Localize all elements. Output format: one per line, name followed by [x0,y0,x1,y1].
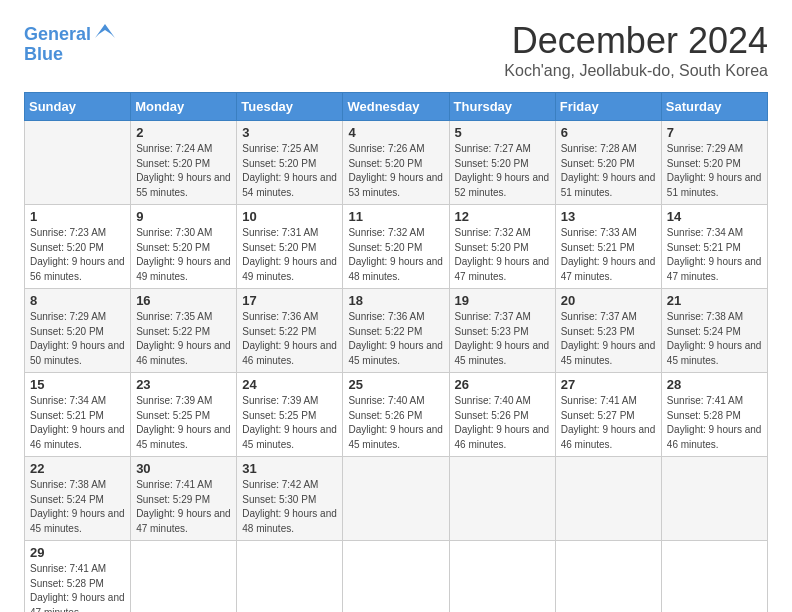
day-number: 19 [455,293,550,308]
logo-bird-icon [93,20,117,40]
day-info: Sunrise: 7:36 AMSunset: 5:22 PMDaylight:… [348,310,443,368]
day-info: Sunrise: 7:27 AMSunset: 5:20 PMDaylight:… [455,142,550,200]
day-number: 18 [348,293,443,308]
day-number: 9 [136,209,231,224]
calendar-cell: 12Sunrise: 7:32 AMSunset: 5:20 PMDayligh… [449,205,555,289]
calendar-cell: 20Sunrise: 7:37 AMSunset: 5:23 PMDayligh… [555,289,661,373]
day-info: Sunrise: 7:32 AMSunset: 5:20 PMDaylight:… [455,226,550,284]
calendar-cell: 2Sunrise: 7:24 AMSunset: 5:20 PMDaylight… [131,121,237,205]
day-number: 13 [561,209,656,224]
day-number: 12 [455,209,550,224]
day-info: Sunrise: 7:23 AMSunset: 5:20 PMDaylight:… [30,226,125,284]
day-number: 11 [348,209,443,224]
day-number: 25 [348,377,443,392]
day-info: Sunrise: 7:41 AMSunset: 5:28 PMDaylight:… [667,394,762,452]
day-info: Sunrise: 7:34 AMSunset: 5:21 PMDaylight:… [30,394,125,452]
calendar-week-row: 1Sunrise: 7:23 AMSunset: 5:20 PMDaylight… [25,205,768,289]
day-number: 8 [30,293,125,308]
calendar-cell: 5Sunrise: 7:27 AMSunset: 5:20 PMDaylight… [449,121,555,205]
day-number: 4 [348,125,443,140]
day-info: Sunrise: 7:30 AMSunset: 5:20 PMDaylight:… [136,226,231,284]
calendar-cell: 3Sunrise: 7:25 AMSunset: 5:20 PMDaylight… [237,121,343,205]
weekday-header-friday: Friday [555,93,661,121]
day-number: 31 [242,461,337,476]
calendar-cell: 29Sunrise: 7:41 AMSunset: 5:28 PMDayligh… [25,541,131,613]
calendar-week-row: 8Sunrise: 7:29 AMSunset: 5:20 PMDaylight… [25,289,768,373]
month-title: December 2024 [504,20,768,62]
svg-marker-0 [95,24,115,38]
calendar-cell: 1Sunrise: 7:23 AMSunset: 5:20 PMDaylight… [25,205,131,289]
logo-blue: Blue [24,44,63,64]
day-info: Sunrise: 7:35 AMSunset: 5:22 PMDaylight:… [136,310,231,368]
top-row: General Blue December 2024 Koch'ang, Jeo… [24,20,768,84]
calendar-cell: 19Sunrise: 7:37 AMSunset: 5:23 PMDayligh… [449,289,555,373]
calendar-cell: 11Sunrise: 7:32 AMSunset: 5:20 PMDayligh… [343,205,449,289]
calendar-cell: 22Sunrise: 7:38 AMSunset: 5:24 PMDayligh… [25,457,131,541]
calendar-cell: 4Sunrise: 7:26 AMSunset: 5:20 PMDaylight… [343,121,449,205]
day-number: 10 [242,209,337,224]
weekday-header-saturday: Saturday [661,93,767,121]
calendar-cell [555,457,661,541]
location-subtitle: Koch'ang, Jeollabuk-do, South Korea [504,62,768,80]
weekday-header-sunday: Sunday [25,93,131,121]
day-info: Sunrise: 7:29 AMSunset: 5:20 PMDaylight:… [667,142,762,200]
calendar-cell [449,457,555,541]
day-info: Sunrise: 7:40 AMSunset: 5:26 PMDaylight:… [455,394,550,452]
day-info: Sunrise: 7:24 AMSunset: 5:20 PMDaylight:… [136,142,231,200]
calendar-cell: 28Sunrise: 7:41 AMSunset: 5:28 PMDayligh… [661,373,767,457]
weekday-header-wednesday: Wednesday [343,93,449,121]
day-info: Sunrise: 7:41 AMSunset: 5:28 PMDaylight:… [30,562,125,612]
calendar-cell: 21Sunrise: 7:38 AMSunset: 5:24 PMDayligh… [661,289,767,373]
calendar-cell: 10Sunrise: 7:31 AMSunset: 5:20 PMDayligh… [237,205,343,289]
day-info: Sunrise: 7:31 AMSunset: 5:20 PMDaylight:… [242,226,337,284]
logo-general: General [24,24,91,44]
day-number: 23 [136,377,231,392]
day-info: Sunrise: 7:36 AMSunset: 5:22 PMDaylight:… [242,310,337,368]
calendar-cell: 7Sunrise: 7:29 AMSunset: 5:20 PMDaylight… [661,121,767,205]
logo-text: General Blue [24,20,117,65]
day-info: Sunrise: 7:29 AMSunset: 5:20 PMDaylight:… [30,310,125,368]
calendar-cell: 9Sunrise: 7:30 AMSunset: 5:20 PMDaylight… [131,205,237,289]
title-section: December 2024 Koch'ang, Jeollabuk-do, So… [504,20,768,80]
calendar-cell: 30Sunrise: 7:41 AMSunset: 5:29 PMDayligh… [131,457,237,541]
day-number: 30 [136,461,231,476]
calendar-week-row: 29Sunrise: 7:41 AMSunset: 5:28 PMDayligh… [25,541,768,613]
weekday-header-row: SundayMondayTuesdayWednesdayThursdayFrid… [25,93,768,121]
day-number: 14 [667,209,762,224]
calendar-cell [661,541,767,613]
day-info: Sunrise: 7:39 AMSunset: 5:25 PMDaylight:… [242,394,337,452]
day-number: 20 [561,293,656,308]
day-number: 7 [667,125,762,140]
day-number: 29 [30,545,125,560]
day-number: 6 [561,125,656,140]
calendar-table: SundayMondayTuesdayWednesdayThursdayFrid… [24,92,768,612]
day-info: Sunrise: 7:34 AMSunset: 5:21 PMDaylight:… [667,226,762,284]
calendar-cell: 26Sunrise: 7:40 AMSunset: 5:26 PMDayligh… [449,373,555,457]
weekday-header-monday: Monday [131,93,237,121]
calendar-cell: 13Sunrise: 7:33 AMSunset: 5:21 PMDayligh… [555,205,661,289]
calendar-cell: 25Sunrise: 7:40 AMSunset: 5:26 PMDayligh… [343,373,449,457]
calendar-cell: 8Sunrise: 7:29 AMSunset: 5:20 PMDaylight… [25,289,131,373]
calendar-cell [237,541,343,613]
calendar-cell: 17Sunrise: 7:36 AMSunset: 5:22 PMDayligh… [237,289,343,373]
calendar-cell [25,121,131,205]
day-info: Sunrise: 7:28 AMSunset: 5:20 PMDaylight:… [561,142,656,200]
calendar-cell: 18Sunrise: 7:36 AMSunset: 5:22 PMDayligh… [343,289,449,373]
day-number: 27 [561,377,656,392]
day-info: Sunrise: 7:41 AMSunset: 5:27 PMDaylight:… [561,394,656,452]
calendar-week-row: 15Sunrise: 7:34 AMSunset: 5:21 PMDayligh… [25,373,768,457]
weekday-header-thursday: Thursday [449,93,555,121]
day-number: 3 [242,125,337,140]
day-info: Sunrise: 7:40 AMSunset: 5:26 PMDaylight:… [348,394,443,452]
day-info: Sunrise: 7:32 AMSunset: 5:20 PMDaylight:… [348,226,443,284]
calendar-cell [343,541,449,613]
day-number: 28 [667,377,762,392]
calendar-cell [343,457,449,541]
day-number: 16 [136,293,231,308]
day-number: 22 [30,461,125,476]
calendar-cell [661,457,767,541]
calendar-cell: 23Sunrise: 7:39 AMSunset: 5:25 PMDayligh… [131,373,237,457]
calendar-cell: 27Sunrise: 7:41 AMSunset: 5:27 PMDayligh… [555,373,661,457]
calendar-week-row: 22Sunrise: 7:38 AMSunset: 5:24 PMDayligh… [25,457,768,541]
calendar-cell [131,541,237,613]
